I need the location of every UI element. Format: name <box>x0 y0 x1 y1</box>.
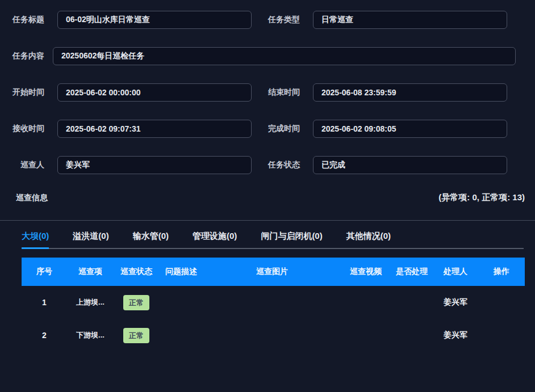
task-content-label: 任务内容 <box>0 51 44 61</box>
section-title: 巡查信息 <box>16 193 48 203</box>
status-badge-normal: 正常 <box>123 328 149 343</box>
col-header-video: 巡查视频 <box>341 267 391 277</box>
inspector-input[interactable] <box>57 156 252 174</box>
start-time-input[interactable] <box>57 83 252 102</box>
task-status-input[interactable] <box>313 156 507 174</box>
receive-time-label: 接收时间 <box>0 124 44 134</box>
section-divider <box>0 220 535 221</box>
tab-gate-hoist[interactable]: 闸门与启闭机(0) <box>261 224 322 249</box>
tab-other[interactable]: 其他情况(0) <box>346 224 391 249</box>
form-row: 巡查人 任务状态 <box>0 156 535 174</box>
table-row: 2 下游坝... 正常 姜兴军 <box>22 319 525 352</box>
finish-time-label: 完成时间 <box>252 124 300 134</box>
cell-item: 下游坝... <box>67 330 114 340</box>
task-title-input[interactable] <box>57 11 252 29</box>
tab-management-facility[interactable]: 管理设施(0) <box>193 224 237 249</box>
table-row: 1 上游坝... 正常 姜兴军 <box>22 286 525 319</box>
task-info-form: 任务标题 任务类型 任务内容 开始时间 结束时间 接收时间 完成时间 巡查人 任… <box>0 0 535 174</box>
task-title-label: 任务标题 <box>0 15 44 25</box>
form-row: 任务标题 任务类型 <box>0 11 535 29</box>
finish-time-input[interactable] <box>313 120 507 138</box>
end-time-input[interactable] <box>313 83 507 102</box>
cell-index: 2 <box>22 331 67 340</box>
form-row: 接收时间 完成时间 <box>0 120 535 138</box>
col-header-action: 操作 <box>478 267 525 277</box>
col-header-handled: 是否处理 <box>391 267 433 277</box>
task-content-input[interactable] <box>53 47 516 65</box>
cell-status: 正常 <box>114 328 159 343</box>
task-status-label: 任务状态 <box>252 160 300 170</box>
form-row: 开始时间 结束时间 <box>0 83 535 102</box>
end-time-label: 结束时间 <box>252 87 300 98</box>
start-time-label: 开始时间 <box>0 87 44 98</box>
inspection-info-header: 巡查信息 (异常项: 0, 正常项: 13) <box>16 192 525 220</box>
task-type-label: 任务类型 <box>252 15 300 25</box>
cell-status: 正常 <box>114 295 159 310</box>
table-header-row: 序号 巡查项 巡查状态 问题描述 巡查图片 巡查视频 是否处理 处理人 操作 <box>22 258 525 286</box>
tab-spillway[interactable]: 溢洪道(0) <box>73 224 108 249</box>
inspection-table: 序号 巡查项 巡查状态 问题描述 巡查图片 巡查视频 是否处理 处理人 操作 1… <box>22 258 525 352</box>
category-tabs: 大坝(0) 溢洪道(0) 输水管(0) 管理设施(0) 闸门与启闭机(0) 其他… <box>22 224 524 249</box>
col-header-description: 问题描述 <box>159 267 203 277</box>
col-header-status: 巡查状态 <box>114 267 159 277</box>
receive-time-input[interactable] <box>57 120 252 138</box>
col-header-handler: 处理人 <box>433 267 478 277</box>
form-row: 任务内容 <box>0 47 535 65</box>
cell-handler: 姜兴军 <box>433 330 478 340</box>
tab-dam[interactable]: 大坝(0) <box>22 224 49 249</box>
status-badge-normal: 正常 <box>123 295 149 310</box>
inspector-label: 巡查人 <box>0 160 44 170</box>
task-detail-page: 任务标题 任务类型 任务内容 开始时间 结束时间 接收时间 完成时间 巡查人 任… <box>0 0 535 392</box>
task-type-input[interactable] <box>313 11 507 29</box>
col-header-item: 巡查项 <box>67 267 114 277</box>
tab-water-pipe[interactable]: 输水管(0) <box>133 224 169 249</box>
cell-handler: 姜兴军 <box>433 297 478 307</box>
cell-item: 上游坝... <box>67 297 114 307</box>
col-header-index: 序号 <box>22 267 67 277</box>
col-header-image: 巡查图片 <box>203 267 341 277</box>
item-count-summary: (异常项: 0, 正常项: 13) <box>438 192 525 203</box>
cell-index: 1 <box>22 298 67 307</box>
